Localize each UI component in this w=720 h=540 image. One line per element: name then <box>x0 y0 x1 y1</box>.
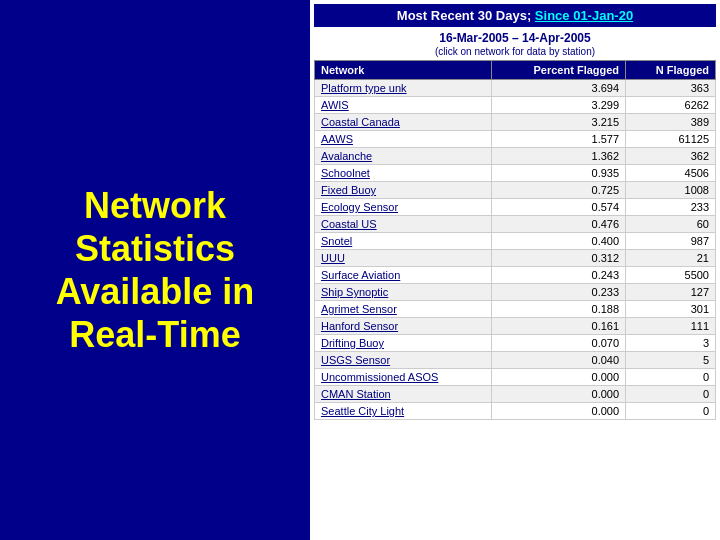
n-flagged-cell: 363 <box>626 80 716 97</box>
table-row: Agrimet Sensor0.188301 <box>315 301 716 318</box>
table-row: Drifting Buoy0.0703 <box>315 335 716 352</box>
n-flagged-cell: 1008 <box>626 182 716 199</box>
pct-flagged-cell: 0.725 <box>492 182 626 199</box>
pct-flagged-cell: 3.299 <box>492 97 626 114</box>
n-flagged-cell: 233 <box>626 199 716 216</box>
table-row: Uncommissioned ASOS0.0000 <box>315 369 716 386</box>
network-cell[interactable]: Coastal US <box>315 216 492 233</box>
table-row: USGS Sensor0.0405 <box>315 352 716 369</box>
network-cell[interactable]: UUU <box>315 250 492 267</box>
n-flagged-cell: 4506 <box>626 165 716 182</box>
main-title: Network Statistics Available in Real-Tim… <box>20 184 290 357</box>
date-range: 16-Mar-2005 – 14-Apr-2005 <box>314 31 716 45</box>
network-cell[interactable]: Fixed Buoy <box>315 182 492 199</box>
pct-flagged-cell: 0.233 <box>492 284 626 301</box>
pct-flagged-cell: 0.070 <box>492 335 626 352</box>
n-flagged-cell: 127 <box>626 284 716 301</box>
table-row: Snotel0.400987 <box>315 233 716 250</box>
n-flagged-cell: 5500 <box>626 267 716 284</box>
network-cell[interactable]: Seattle City Light <box>315 403 492 420</box>
table-row: Coastal US0.47660 <box>315 216 716 233</box>
table-row: Coastal Canada3.215389 <box>315 114 716 131</box>
pct-flagged-cell: 0.312 <box>492 250 626 267</box>
pct-flagged-cell: 1.577 <box>492 131 626 148</box>
n-flagged-cell: 6262 <box>626 97 716 114</box>
n-flagged-cell: 362 <box>626 148 716 165</box>
network-cell[interactable]: Uncommissioned ASOS <box>315 369 492 386</box>
n-flagged-cell: 301 <box>626 301 716 318</box>
stats-table: Network Percent Flagged N Flagged Platfo… <box>314 60 716 420</box>
pct-flagged-cell: 0.000 <box>492 369 626 386</box>
network-cell[interactable]: Surface Aviation <box>315 267 492 284</box>
table-row: Surface Aviation0.2435500 <box>315 267 716 284</box>
pct-flagged-cell: 3.215 <box>492 114 626 131</box>
network-cell[interactable]: AAWS <box>315 131 492 148</box>
network-cell[interactable]: Schoolnet <box>315 165 492 182</box>
pct-flagged-cell: 0.040 <box>492 352 626 369</box>
network-cell[interactable]: Ecology Sensor <box>315 199 492 216</box>
header-bar: Most Recent 30 Days; Since 01-Jan-20 <box>314 4 716 27</box>
n-flagged-cell: 60 <box>626 216 716 233</box>
network-cell[interactable]: Platform type unk <box>315 80 492 97</box>
pct-flagged-cell: 0.574 <box>492 199 626 216</box>
n-flagged-cell: 3 <box>626 335 716 352</box>
pct-flagged-cell: 3.694 <box>492 80 626 97</box>
pct-flagged-cell: 1.362 <box>492 148 626 165</box>
table-row: Ship Synoptic0.233127 <box>315 284 716 301</box>
network-cell[interactable]: Ship Synoptic <box>315 284 492 301</box>
most-recent-label: Most Recent 30 Days; <box>397 8 531 23</box>
table-row: AWIS3.2996262 <box>315 97 716 114</box>
table-row: Schoolnet0.9354506 <box>315 165 716 182</box>
table-row: Fixed Buoy0.7251008 <box>315 182 716 199</box>
pct-flagged-cell: 0.161 <box>492 318 626 335</box>
network-cell[interactable]: AWIS <box>315 97 492 114</box>
table-row: Hanford Sensor0.161111 <box>315 318 716 335</box>
n-flagged-cell: 0 <box>626 386 716 403</box>
table-row: Avalanche1.362362 <box>315 148 716 165</box>
right-panel: Most Recent 30 Days; Since 01-Jan-20 16-… <box>310 0 720 540</box>
network-cell[interactable]: USGS Sensor <box>315 352 492 369</box>
n-flagged-cell: 0 <box>626 403 716 420</box>
network-cell[interactable]: Avalanche <box>315 148 492 165</box>
network-cell[interactable]: Drifting Buoy <box>315 335 492 352</box>
n-flagged-cell: 21 <box>626 250 716 267</box>
pct-flagged-cell: 0.000 <box>492 386 626 403</box>
network-cell[interactable]: Hanford Sensor <box>315 318 492 335</box>
network-cell[interactable]: Agrimet Sensor <box>315 301 492 318</box>
table-row: UUU0.31221 <box>315 250 716 267</box>
table-row: Seattle City Light0.0000 <box>315 403 716 420</box>
pct-flagged-cell: 0.400 <box>492 233 626 250</box>
col-network: Network <box>315 61 492 80</box>
pct-flagged-cell: 0.935 <box>492 165 626 182</box>
since-link[interactable]: Since 01-Jan-20 <box>535 8 633 23</box>
click-note: (click on network for data by station) <box>314 46 716 57</box>
n-flagged-cell: 111 <box>626 318 716 335</box>
table-row: Ecology Sensor0.574233 <box>315 199 716 216</box>
pct-flagged-cell: 0.188 <box>492 301 626 318</box>
table-row: Platform type unk3.694363 <box>315 80 716 97</box>
n-flagged-cell: 5 <box>626 352 716 369</box>
pct-flagged-cell: 0.243 <box>492 267 626 284</box>
table-row: CMAN Station0.0000 <box>315 386 716 403</box>
n-flagged-cell: 61125 <box>626 131 716 148</box>
n-flagged-cell: 987 <box>626 233 716 250</box>
network-cell[interactable]: Coastal Canada <box>315 114 492 131</box>
pct-flagged-cell: 0.000 <box>492 403 626 420</box>
col-pct-flagged: Percent Flagged <box>492 61 626 80</box>
col-n-flagged: N Flagged <box>626 61 716 80</box>
network-cell[interactable]: Snotel <box>315 233 492 250</box>
left-panel: Network Statistics Available in Real-Tim… <box>0 0 310 540</box>
n-flagged-cell: 389 <box>626 114 716 131</box>
table-row: AAWS1.57761125 <box>315 131 716 148</box>
network-cell[interactable]: CMAN Station <box>315 386 492 403</box>
pct-flagged-cell: 0.476 <box>492 216 626 233</box>
n-flagged-cell: 0 <box>626 369 716 386</box>
